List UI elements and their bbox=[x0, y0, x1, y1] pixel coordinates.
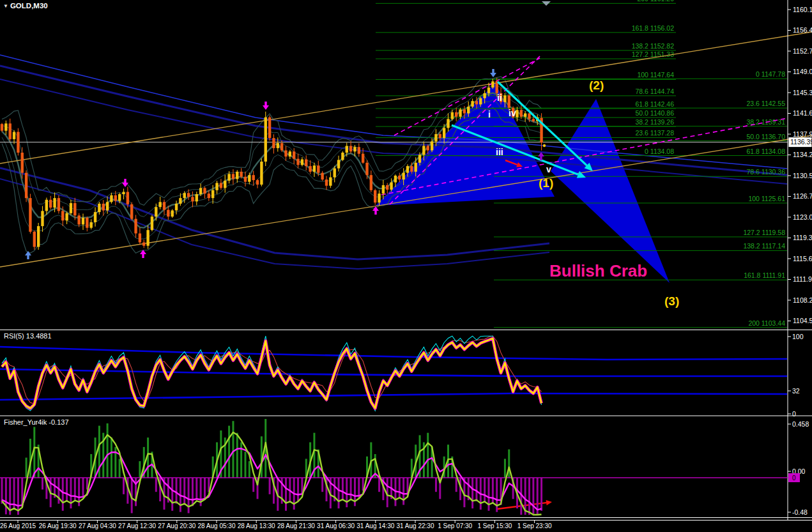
candle-body bbox=[277, 143, 279, 148]
candle-body bbox=[337, 160, 340, 168]
fib-level-label: 0 1147.78 bbox=[756, 70, 785, 78]
fib-level-label: 138.2 1117.14 bbox=[743, 242, 785, 250]
candle-body bbox=[305, 160, 307, 167]
pattern-count-label[interactable]: (1) bbox=[539, 176, 553, 190]
candle-body bbox=[309, 166, 311, 172]
pattern-count-label[interactable]: (3) bbox=[664, 294, 679, 308]
candle-body bbox=[289, 151, 291, 156]
time-axis-label[interactable]: 26 Aug 19:30 bbox=[39, 522, 77, 529]
pattern-count-label[interactable]: (2) bbox=[589, 79, 604, 92]
signal-arrow-up-tail bbox=[142, 254, 144, 258]
price-axis-label: 1149.00 bbox=[793, 68, 812, 75]
price-axis-label: 1156.40 bbox=[793, 26, 812, 34]
price-axis-label: 1123.00 bbox=[793, 213, 812, 221]
candle-body bbox=[516, 110, 518, 117]
price-axis-label: 1137.90 bbox=[793, 130, 812, 138]
wave-label[interactable]: iv bbox=[509, 108, 516, 118]
candle-body bbox=[325, 179, 328, 186]
candle-body bbox=[301, 160, 303, 165]
candle-body bbox=[65, 213, 68, 220]
candle-body bbox=[110, 195, 112, 202]
candle-body bbox=[106, 202, 109, 210]
symbol-label: ▼GOLD,M30 bbox=[3, 2, 48, 10]
symbol-title: GOLD,M30 bbox=[10, 2, 48, 10]
signal-arrow-up-tail bbox=[27, 255, 29, 259]
candle-body bbox=[122, 192, 125, 194]
candle-body bbox=[102, 204, 105, 211]
candle-body bbox=[248, 175, 250, 182]
price-axis-label: 1111.90 bbox=[793, 275, 812, 283]
time-axis-label[interactable]: 27 Aug 04:30 bbox=[79, 522, 116, 529]
fisher-axis-label: 0.458 bbox=[792, 420, 809, 428]
time-axis-label[interactable]: 28 Aug 13:30 bbox=[238, 522, 275, 529]
candle-body bbox=[451, 112, 454, 119]
candle-body bbox=[37, 226, 40, 247]
time-axis-label[interactable]: 28 Aug 21:30 bbox=[277, 522, 315, 529]
candle-body bbox=[158, 202, 161, 207]
price-axis-label: 1108.20 bbox=[793, 296, 812, 304]
candle-body bbox=[94, 212, 96, 222]
signal-arrow-down-tail bbox=[124, 179, 126, 183]
time-axis-label[interactable]: 1 Sep 23:30 bbox=[517, 522, 552, 529]
candle-body bbox=[175, 204, 178, 211]
fib-level-label: 0 1134.08 bbox=[645, 148, 674, 155]
wave-label[interactable]: v bbox=[546, 164, 551, 174]
fib-level-label: 127.2 1151.33 bbox=[632, 50, 675, 58]
fib-level-label: 78.6 1144.74 bbox=[635, 87, 674, 95]
candle-body bbox=[503, 95, 506, 102]
candle-body bbox=[244, 177, 247, 182]
wave-label[interactable]: iii bbox=[496, 147, 503, 157]
candle-body bbox=[195, 194, 198, 201]
candle-body bbox=[142, 243, 145, 246]
candle-body bbox=[394, 176, 397, 183]
time-axis-label[interactable]: 31 Aug 22:30 bbox=[397, 522, 434, 529]
wave-label[interactable]: i bbox=[488, 109, 491, 119]
price-axis-label: 1145.30 bbox=[793, 89, 812, 96]
candle-body bbox=[349, 146, 352, 151]
candle-body bbox=[390, 183, 392, 190]
candle-body bbox=[187, 193, 190, 197]
fib-level-label: 50.0 1136.70 bbox=[746, 133, 785, 141]
fisher-axis-label: -0.48 bbox=[792, 508, 808, 516]
candle-body bbox=[114, 195, 117, 201]
time-axis-label[interactable]: 1 Sep 15:30 bbox=[477, 522, 512, 529]
candle-body bbox=[203, 188, 206, 194]
time-axis-label[interactable]: 27 Aug 20:30 bbox=[158, 522, 195, 529]
candle-body bbox=[211, 190, 214, 198]
candle-body bbox=[199, 188, 202, 194]
candle-body bbox=[370, 175, 372, 190]
chart-canvas[interactable]: 200 1161.20161.8 1156.02138.2 1152.82127… bbox=[0, 0, 812, 532]
candle-body bbox=[313, 165, 316, 172]
signal-dot-icon bbox=[543, 144, 546, 147]
time-axis-label[interactable]: 31 Aug 14:30 bbox=[356, 522, 394, 529]
pattern-name-label[interactable]: Bullish Crab bbox=[549, 261, 647, 280]
time-axis-label[interactable]: 28 Aug 05:30 bbox=[198, 522, 236, 529]
price-axis-label: 1104.50 bbox=[793, 317, 812, 324]
candle-body bbox=[179, 198, 181, 204]
candle-body bbox=[520, 110, 523, 117]
candle-body bbox=[317, 165, 319, 172]
symbol-dropdown-icon[interactable]: ▼ bbox=[3, 3, 8, 9]
candle-body bbox=[139, 233, 141, 242]
time-axis-label[interactable]: 31 Aug 06:30 bbox=[317, 522, 355, 529]
candle-body bbox=[406, 166, 409, 173]
wave-label[interactable]: ii bbox=[497, 93, 502, 103]
candle-body bbox=[220, 183, 222, 188]
candle-body bbox=[365, 163, 368, 175]
candle-body bbox=[232, 174, 234, 179]
candle-body bbox=[475, 101, 478, 104]
fib-level-label: 23.6 1137.28 bbox=[635, 129, 674, 137]
fib-level-label: 138.2 1152.82 bbox=[632, 42, 675, 50]
fib-level-label: 38.2 1139.26 bbox=[635, 118, 674, 126]
fib-level-label: 61.8 1142.46 bbox=[635, 100, 674, 108]
candle-body bbox=[479, 98, 482, 105]
time-axis-label[interactable]: 27 Aug 12:30 bbox=[118, 522, 156, 529]
candle-body bbox=[82, 218, 84, 225]
time-axis-label[interactable]: 1 Sep 07:30 bbox=[438, 522, 472, 529]
candle-body bbox=[264, 118, 267, 162]
time-axis-label[interactable]: 26 Aug 2015 bbox=[0, 522, 36, 529]
candle-body bbox=[346, 146, 348, 153]
candle-body bbox=[508, 95, 510, 107]
candle-body bbox=[227, 174, 230, 181]
signal-arrow-down-tail bbox=[264, 102, 266, 105]
